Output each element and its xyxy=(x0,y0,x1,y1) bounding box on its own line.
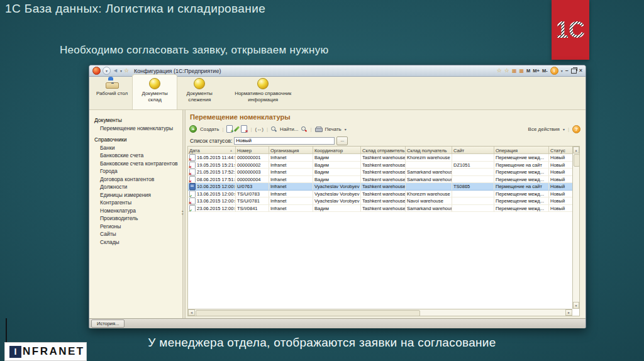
sidebar-item[interactable]: Склады xyxy=(89,238,182,247)
splitter-handle-icon[interactable]: ▴▾ xyxy=(182,209,184,216)
sidebar-item[interactable]: Договора контагентов xyxy=(89,175,182,184)
delete-document-icon[interactable] xyxy=(241,125,247,133)
vertical-scrollbar[interactable]: ▲ ▼ xyxy=(572,147,579,309)
show-favorites-icon[interactable]: ☆ xyxy=(504,68,509,74)
column-header-coordinator[interactable]: Координатор xyxy=(313,147,361,154)
column-header-operation[interactable]: Операция xyxy=(494,147,549,154)
scroll-left-icon[interactable]: ◄ xyxy=(188,309,195,316)
copy-document-icon[interactable] xyxy=(226,125,233,133)
sidebar-item[interactable]: Сайты xyxy=(89,230,182,238)
ribbon-tab[interactable]: Рабочий стол xyxy=(92,75,132,109)
app-menu-icon[interactable] xyxy=(92,67,101,75)
table-row[interactable]: 19.05.2015 15:21:08 000000002 Infranet В… xyxy=(188,162,579,169)
cell-warehouse-to: Samarkand warehouse xyxy=(406,169,452,176)
toolbar-separator: | xyxy=(250,126,252,132)
memory-minus-button[interactable]: M- xyxy=(542,68,548,74)
ribbon-tab[interactable]: Документы склад xyxy=(132,74,177,109)
cell-site xyxy=(452,197,494,205)
info-icon[interactable]: i xyxy=(550,67,558,75)
toolbar-separator: | xyxy=(568,126,569,132)
sidebar-item[interactable]: Банковские счета xyxy=(89,152,182,160)
all-actions-dropdown-icon[interactable]: ▾ xyxy=(563,127,565,131)
find-button[interactable]: Найти... xyxy=(280,126,299,132)
table-row[interactable]: 21.05.2015 17:52:11 000000003 Infranet В… xyxy=(188,169,579,176)
status-filter-more-button[interactable]: ... xyxy=(336,136,348,145)
calculator-icon[interactable]: ▦ xyxy=(512,69,517,74)
close-button[interactable]: × xyxy=(579,68,582,74)
cell-number: U/0763 xyxy=(236,183,269,191)
column-header-organization[interactable]: Организация xyxy=(269,147,313,154)
info-dropdown-icon[interactable]: ▾ xyxy=(561,69,563,73)
edit-pencil-icon[interactable] xyxy=(234,126,240,131)
cell-date-wrap: 23.06.2015 12:00:00 xyxy=(188,205,236,213)
favorites-star-icon[interactable]: ☆ xyxy=(124,68,129,74)
sidebar-item[interactable]: Перемещение номенклатуры xyxy=(89,125,182,133)
help-button[interactable]: ? xyxy=(572,125,580,133)
table-row[interactable]: 16.05.2015 11:44:57 000000001 Infranet В… xyxy=(188,154,579,162)
scroll-right-icon[interactable]: ► xyxy=(565,309,572,316)
sidebar-item[interactable]: Номенклатура xyxy=(89,207,182,215)
column-header-number[interactable]: Номер xyxy=(236,147,269,154)
tab-label: Нормативно справочник информация xyxy=(226,91,300,103)
scroll-up-icon[interactable]: ▲ xyxy=(573,147,579,153)
print-button[interactable]: Печать xyxy=(325,126,341,132)
back-icon[interactable]: ◄ xyxy=(113,68,118,74)
ribbon-tab[interactable]: Документы слежения xyxy=(177,75,221,109)
calendar-icon[interactable]: ▦ xyxy=(519,69,525,74)
status-filter-input[interactable] xyxy=(234,137,335,145)
sidebar-item[interactable]: Справочники xyxy=(89,136,182,144)
cell-organization: Infranet xyxy=(269,205,313,213)
print-dropdown-icon[interactable]: ▾ xyxy=(345,127,347,131)
cell-date-wrap: 13.06.2015 12:00:02 xyxy=(188,197,236,205)
restore-button[interactable] xyxy=(571,69,577,74)
sidebar-item[interactable]: Города xyxy=(89,167,182,175)
sidebar-item[interactable]: Документы xyxy=(89,116,182,125)
scroll-down-icon[interactable]: ▼ xyxy=(573,302,579,309)
all-actions-button[interactable]: Все действия xyxy=(528,126,560,132)
cell-warehouse-from: Tashkent warehouse xyxy=(361,154,406,162)
cell-warehouse-from: Tashkent warehouse xyxy=(361,191,406,198)
sidebar-item[interactable]: Банковские счета контрагентов xyxy=(89,160,182,168)
sidebar-item[interactable]: Производитель xyxy=(89,214,182,223)
history-button[interactable]: История... xyxy=(91,319,125,328)
sidebar-item[interactable]: Банки xyxy=(89,144,182,152)
column-header-site[interactable]: Сайт xyxy=(452,147,494,154)
history-dropdown-icon[interactable]: ▾ xyxy=(120,69,122,73)
create-button[interactable]: Создать xyxy=(200,126,219,132)
column-header-status[interactable]: Статус xyxy=(549,147,572,154)
slide-subtitle: Необходимо согласовать заявку, открываем… xyxy=(60,44,329,57)
memory-plus-button[interactable]: M+ xyxy=(533,68,540,74)
minimize-button[interactable]: – xyxy=(565,68,569,74)
table-row[interactable]: 08.06.2015 17:51:41 000000004 Infranet В… xyxy=(188,176,579,184)
vertical-scroll-thumb[interactable] xyxy=(574,154,580,167)
column-header-warehouse-to[interactable]: Склад получатель xyxy=(406,147,452,154)
cell-coordinator: Вадим xyxy=(313,176,361,184)
cell-operation: Перемещение межд... xyxy=(494,154,549,162)
sidebar-item[interactable]: Единицы измерения xyxy=(89,191,182,199)
cell-organization: Infranet xyxy=(269,183,313,191)
date-interval-icon[interactable]: (↔) xyxy=(255,126,264,132)
cell-coordinator: Вадим xyxy=(313,169,361,176)
table-row[interactable]: 10.06.2015 12:00:00 U/0763 Infranet Vyac… xyxy=(188,183,579,191)
table-row[interactable]: 13.06.2015 12:00:02 TS/U/0781 Infranet V… xyxy=(188,197,579,205)
sidebar-item[interactable]: Должности xyxy=(89,183,182,191)
cell-organization: Infranet xyxy=(269,154,313,162)
column-header-warehouse-from[interactable]: Склад отправитель xyxy=(361,147,406,154)
sidebar-item[interactable]: Контрагенты xyxy=(89,199,182,207)
add-favorite-icon[interactable]: ☆ xyxy=(497,68,502,74)
clear-search-icon[interactable] xyxy=(301,126,307,132)
cell-operation: Перемещение межд... xyxy=(494,169,549,176)
table-row[interactable]: 13.06.2015 12:00:01 TS/U/0783 Infranet V… xyxy=(188,191,579,198)
sidebar-item[interactable]: Регионы xyxy=(89,223,182,231)
cell-operation: Перемещение межд... xyxy=(494,191,549,198)
panel-toolbar: + Создать | | (↔) | Найти... | Печать ▾ xyxy=(189,124,580,134)
table-row[interactable]: 23.06.2015 12:00:00 TS/I/0841 Infranet В… xyxy=(188,205,579,213)
window-title: Конфигурация (1С:Предприятие) xyxy=(134,68,495,74)
cell-number: TS/I/0841 xyxy=(236,205,269,213)
app-dropdown-icon[interactable]: ▾ xyxy=(103,67,111,75)
horizontal-scrollbar[interactable]: ◄ ► xyxy=(188,309,572,316)
column-header-date[interactable]: Дата ▲ xyxy=(188,147,236,154)
horizontal-scroll-thumb[interactable] xyxy=(196,310,420,316)
ribbon-tab[interactable]: Нормативно справочник информация xyxy=(221,75,304,109)
memory-button[interactable]: M xyxy=(526,68,530,74)
